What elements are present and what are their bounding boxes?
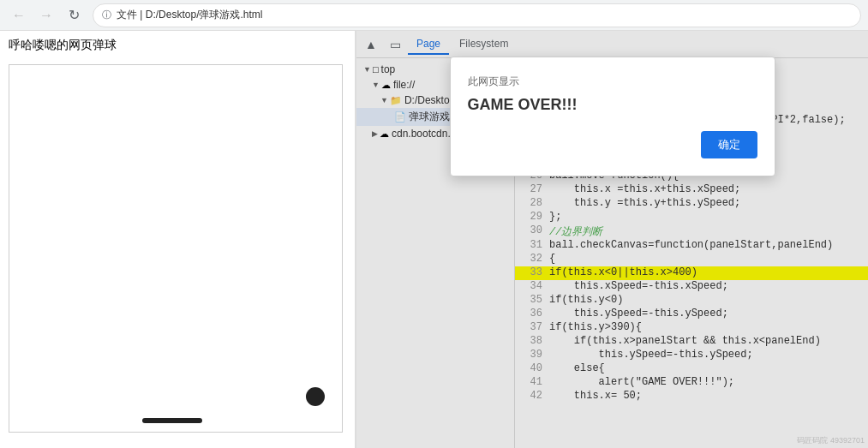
modal-footer: 确定 (468, 131, 757, 158)
browser-content: 呼哈喽嗯的网页弹球 ▲ ▭ Page Filesystem (0, 31, 868, 448)
modal-dialog: 此网页显示 GAME OVER!!! 确定 (450, 57, 775, 176)
back-button[interactable]: ← (7, 3, 31, 27)
modal-site-label: 此网页显示 (468, 75, 757, 89)
game-canvas (9, 64, 343, 433)
modal-confirm-button[interactable]: 确定 (701, 131, 757, 158)
webpage-title: 呼哈喽嗯的网页弹球 (0, 31, 355, 60)
browser-toolbar: ← → ↻ ⓘ 文件 | D:/Desktop/弹球游戏.html (0, 0, 868, 31)
modal-overlay: 此网页显示 GAME OVER!!! 确定 (356, 31, 868, 448)
devtools-panel: ▲ ▭ Page Filesystem ▼ □ top (356, 31, 868, 448)
browser-window: ← → ↻ ⓘ 文件 | D:/Desktop/弹球游戏.html 呼哈喽嗯的网… (0, 0, 868, 448)
reload-button[interactable]: ↻ (62, 3, 86, 27)
modal-message: GAME OVER!!! (468, 96, 757, 114)
game-ball (306, 387, 325, 406)
webpage-area: 呼哈喽嗯的网页弹球 (0, 31, 356, 448)
address-bar[interactable]: ⓘ 文件 | D:/Desktop/弹球游戏.html (93, 3, 861, 27)
address-text: 文件 | D:/Desktop/弹球游戏.html (117, 8, 262, 22)
forward-button[interactable]: → (34, 3, 58, 27)
address-icon: ⓘ (102, 9, 111, 21)
nav-buttons: ← → ↻ (7, 3, 86, 27)
game-paddle (142, 418, 202, 423)
